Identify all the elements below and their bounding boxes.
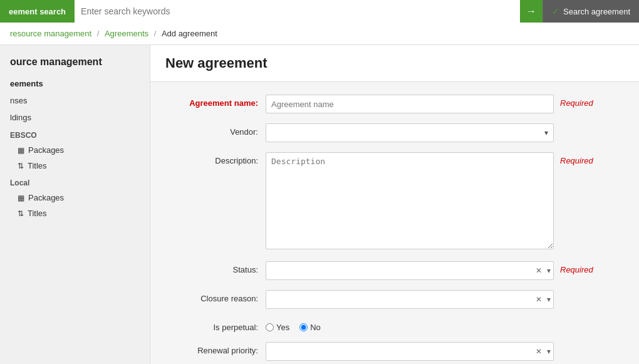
description-field [266, 152, 554, 251]
vendor-select[interactable]: ▾ [266, 123, 554, 142]
breadcrumb-sep-1: / [97, 29, 101, 38]
page-header: New agreement [150, 45, 639, 82]
status-row: Status: ✕ ▾ Required [165, 261, 624, 280]
closure-reason-label: Closure reason: [165, 290, 266, 303]
form-container: Agreement name: Required Vendor: ▾ Des [150, 82, 639, 364]
closure-reason-row: Closure reason: ✕ ▾ [165, 290, 624, 309]
closure-reason-field: ✕ ▾ [266, 290, 554, 309]
is-perpetual-label: Is perpetual: [165, 319, 266, 332]
status-required: Required [560, 261, 593, 274]
top-bar: eement search → ✓ Search agreement [0, 0, 639, 23]
search-go-button[interactable]: → [520, 0, 543, 23]
local-titles-icon: ⇅ [18, 209, 24, 218]
status-select[interactable]: ✕ ▾ [266, 261, 554, 280]
chevron-down-icon: ▾ [539, 128, 553, 137]
no-radio[interactable] [299, 323, 308, 331]
closure-reason-clear-button[interactable]: ✕ [533, 290, 544, 309]
renewal-priority-clear-button[interactable]: ✕ [533, 342, 544, 361]
search-agreement-button[interactable]: ✓ Search agreement [543, 0, 639, 23]
breadcrumb-current: Add agreement [162, 29, 217, 38]
description-required: Required [560, 152, 593, 165]
breadcrumb-sep-2: / [154, 29, 158, 38]
sidebar-section-ebsco: EBSCO [0, 126, 150, 142]
sidebar: ource management eements nses ldings EBS… [0, 45, 150, 364]
is-perpetual-row: Is perpetual: Yes No [165, 319, 624, 332]
titles-icon: ⇅ [18, 162, 24, 170]
check-icon: ✓ [552, 6, 559, 16]
sidebar-item-ebsco-titles[interactable]: ⇅ Titles [0, 158, 150, 174]
agreement-name-field [266, 95, 554, 113]
sidebar-item-agreements[interactable]: eements [0, 75, 150, 92]
breadcrumb-link-resource[interactable]: resource management [10, 29, 91, 38]
yes-radio[interactable] [266, 323, 274, 331]
vendor-input[interactable] [266, 126, 539, 140]
renewal-priority-label: Renewal priority: [165, 342, 266, 355]
breadcrumb: resource management / Agreements / Add a… [0, 23, 639, 45]
layout: ource management eements nses ldings EBS… [0, 45, 639, 364]
status-input[interactable] [266, 264, 533, 278]
agreement-name-row: Agreement name: Required [165, 95, 624, 113]
sidebar-title: ource management [0, 51, 150, 75]
arrow-right-icon: → [526, 6, 536, 17]
no-radio-label[interactable]: No [299, 323, 321, 332]
yes-radio-label[interactable]: Yes [266, 323, 289, 332]
sidebar-item-local-packages[interactable]: ▦ Packages [0, 190, 150, 205]
vendor-field: ▾ [266, 123, 554, 142]
closure-reason-input[interactable] [266, 293, 533, 307]
agreement-name-input[interactable] [266, 95, 554, 113]
status-chevron-button[interactable]: ▾ [544, 261, 553, 280]
renewal-priority-input[interactable] [266, 345, 533, 359]
closure-reason-chevron-button[interactable]: ▾ [544, 290, 553, 309]
breadcrumb-link-agreements[interactable]: Agreements [105, 29, 148, 38]
sidebar-item-holdings[interactable]: ldings [0, 109, 150, 126]
local-packages-icon: ▦ [18, 194, 24, 202]
agreement-name-required: Required [560, 95, 593, 108]
sidebar-item-local-titles[interactable]: ⇅ Titles [0, 205, 150, 221]
agreement-name-label: Agreement name: [165, 95, 266, 108]
page-title: New agreement [165, 55, 624, 71]
renewal-priority-field: ✕ ▾ [266, 342, 554, 361]
renewal-priority-chevron-button[interactable]: ▾ [544, 342, 553, 361]
is-perpetual-radio-group: Yes No [266, 319, 554, 332]
packages-icon: ▦ [18, 146, 24, 155]
status-clear-button[interactable]: ✕ [533, 261, 544, 280]
renewal-priority-select[interactable]: ✕ ▾ [266, 342, 554, 361]
sidebar-item-licenses[interactable]: nses [0, 92, 150, 109]
search-label: eement search [0, 0, 75, 23]
is-perpetual-field: Yes No [266, 319, 554, 332]
sidebar-item-ebsco-packages[interactable]: ▦ Packages [0, 142, 150, 158]
description-input[interactable] [266, 152, 554, 249]
closure-reason-select[interactable]: ✕ ▾ [266, 290, 554, 309]
renewal-priority-row: Renewal priority: ✕ ▾ [165, 342, 624, 361]
status-label: Status: [165, 261, 266, 274]
main-content: New agreement Agreement name: Required V… [150, 45, 639, 364]
description-row: Description: Required [165, 152, 624, 251]
vendor-label: Vendor: [165, 123, 266, 137]
status-field: ✕ ▾ [266, 261, 554, 280]
sidebar-section-local: Local [0, 174, 150, 190]
description-label: Description: [165, 152, 266, 165]
search-input[interactable] [75, 0, 520, 23]
vendor-row: Vendor: ▾ [165, 123, 624, 142]
